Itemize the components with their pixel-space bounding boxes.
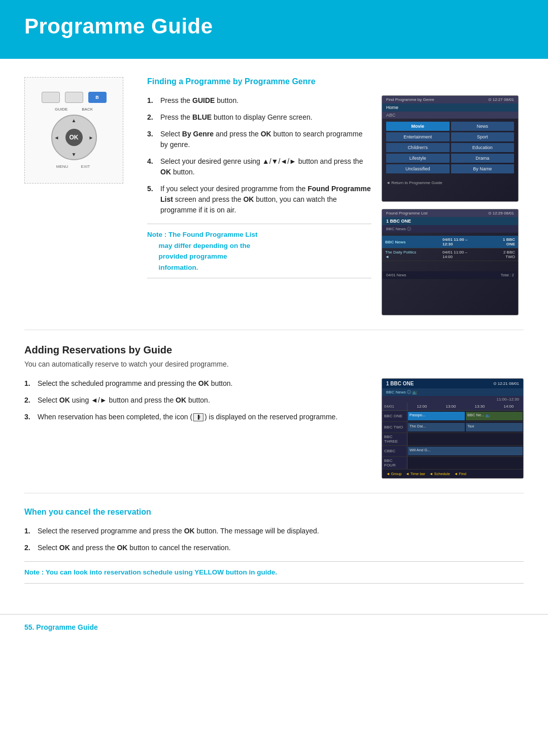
guide-ch-bbc1: BBC ONE — [382, 411, 407, 421]
guide-top-bar: 1 BBC ONE ⊙ 12:21 08/01 — [382, 379, 523, 388]
cancel-step-2: 2. Select OK and press the OK button to … — [24, 543, 524, 553]
found-row-2-date: 04/01 11:00 – 14:00 — [442, 250, 473, 259]
dpad-up-arrow: ▲ — [72, 118, 77, 123]
finding-section: B GUIDE BACK ▲ ▼ ◄ ► — [24, 77, 524, 315]
dpad-left-arrow: ◄ — [54, 135, 59, 140]
guide-ch-name: 1 BBC ONE — [386, 381, 414, 386]
dpad-down-arrow: ▼ — [72, 152, 77, 157]
finding-step-2: 2. Press the BLUE button to display Genr… — [147, 112, 371, 123]
guide-btn-timebar[interactable]: ◄ Time bar — [405, 472, 425, 476]
genre-return-text: ◄ Return to Programme Guide — [382, 178, 518, 187]
dpad-ok-button[interactable]: OK — [65, 129, 83, 146]
genre-screen-mock: Find Programme by Genre ⊙ 12:27 08/01 Ho… — [382, 95, 519, 202]
finding-screens-col: Find Programme by Genre ⊙ 12:27 08/01 Ho… — [382, 95, 524, 315]
guide-sub-ch-text: BBC News ⓘ 📺 — [386, 389, 417, 395]
adding-step-text-2: Select OK using ◄/► button and press the… — [38, 395, 210, 406]
genre-screen-title: Find Programme by Genre — [386, 97, 434, 102]
guide-prog-bbc4 — [407, 457, 523, 469]
remote-label-menu: MENU — [53, 164, 72, 169]
finding-note-text: Note : The Found Programme List may diff… — [147, 229, 371, 273]
finding-right: Finding a Programme by Programme Genre 1… — [147, 77, 524, 315]
genre-news: News — [451, 122, 515, 131]
genre-movie: Movie — [386, 122, 450, 131]
adding-intro: You can automatically reserve to watch y… — [24, 360, 524, 368]
genre-childrens: Children's — [386, 143, 450, 152]
step-text-5: If you select your desired programme fro… — [160, 184, 371, 215]
remote-label-back: BACK — [82, 107, 93, 112]
page-header: Programme Guide — [0, 0, 548, 53]
finding-step-1: 1. Press the GUIDE button. — [147, 95, 371, 106]
guide-time-range: 11:00–12:30 — [382, 396, 523, 403]
found-ch-label: 1 BBC ONE — [382, 217, 518, 225]
page-title: Programme Guide — [24, 14, 524, 39]
found-bottom-bar: 04/01 News Total : 2 — [382, 271, 518, 279]
found-row-1: BBC News 04/01 11:00 – 12:30 1 BBC ONE — [382, 236, 518, 248]
found-programme-screen: Found Programme List ⊙ 12:29 08/01 1 BBC… — [382, 209, 519, 315]
guide-time-display: ⊙ 12:21 08/01 — [493, 381, 519, 386]
adding-step-text-3: When reservation has been completed, the… — [38, 412, 337, 422]
found-sub-ch-text: BBC News ⓘ — [386, 226, 411, 232]
guide-prog-will: Will And G... — [408, 447, 523, 455]
guide-ch-bbc4: BBC FOUR — [382, 457, 407, 469]
guide-prog-bbc3 — [407, 433, 523, 445]
cancel-section: When you cancel the reservation 1. Selec… — [24, 508, 524, 584]
steps-and-screens: 1. Press the GUIDE button. 2. Press the … — [147, 95, 524, 315]
guide-row-cbbc: CBBC Will And G... — [382, 446, 523, 457]
cancel-step-text-1: Select the reserved programme and press … — [38, 526, 319, 536]
section-divider-1 — [24, 330, 524, 330]
genre-abc-bar: ABC — [382, 112, 518, 119]
remote-mock: B GUIDE BACK ▲ ▼ ◄ ► — [24, 77, 123, 184]
genre-home-label: Home — [382, 103, 518, 112]
guide-sub-ch: BBC News ⓘ 📺 — [382, 388, 523, 396]
remote-btn-blue: B — [88, 92, 107, 103]
guide-prog-taxi: Taxi — [466, 423, 523, 431]
cancel-note-box: Note : You can look into reservation sch… — [24, 561, 524, 584]
guide-prog-bbc4-empty — [408, 458, 523, 468]
guide-btn-find[interactable]: ◄ Find — [454, 472, 466, 476]
genre-byname: By Name — [451, 164, 515, 173]
found-row-1-ch: BBC News — [385, 240, 421, 244]
adding-step-3: 3. When reservation has been completed, … — [24, 412, 369, 422]
guide-prog-bbc3-empty — [408, 434, 523, 444]
adding-step-1: 1. Select the scheduled programme and pr… — [24, 378, 369, 389]
step-text-2: Press the BLUE button to display Genre s… — [160, 112, 313, 123]
guide-row-bbc4: BBC FOUR — [382, 457, 523, 470]
guide-ch-bbc3: BBC THREE — [382, 433, 407, 445]
main-content: B GUIDE BACK ▲ ▼ ◄ ► — [0, 59, 548, 602]
found-row-2-ch: The Daily Politics ◄ — [385, 250, 421, 259]
dpad: ▲ ▼ ◄ ► OK — [51, 115, 97, 160]
guide-ch-cbbc: CBBC — [382, 446, 407, 456]
guide-btn-group[interactable]: ◄ Group — [386, 472, 401, 476]
guide-prog-bbcne: BBC Ne... 📺 — [466, 412, 523, 420]
cancel-section-title: When you cancel the reservation — [24, 508, 524, 517]
reservation-icon: ▐I — [193, 413, 203, 421]
genre-lifestyle: Lifestyle — [386, 154, 450, 163]
genre-screen-time: ⊙ 12:27 08/01 — [488, 97, 514, 102]
guide-btn-schedule[interactable]: ◄ Schedule — [429, 472, 450, 476]
genre-drama: Drama — [451, 154, 515, 163]
guide-ch-bbc2: BBC TWO — [382, 422, 407, 433]
adding-step-num-1: 1. — [24, 378, 35, 389]
remote-bottom-labels: MENU EXIT — [53, 164, 95, 169]
adding-step-num-2: 2. — [24, 395, 35, 406]
cancel-step-1: 1. Select the reserved programme and pre… — [24, 526, 524, 536]
genre-sport: Sport — [451, 132, 515, 141]
guide-header-row: 04/01 12:00 13:00 13:30 14:00 — [382, 403, 523, 411]
guide-prog-bbc2: The Dai... Taxi — [407, 422, 523, 433]
step-num-4: 4. — [147, 156, 157, 177]
guide-screen-mock: 1 BBC ONE ⊙ 12:21 08/01 BBC News ⓘ 📺 11:… — [382, 378, 524, 479]
adding-step-num-3: 3. — [24, 412, 35, 422]
page-number: 55. Programme Guide — [24, 623, 98, 631]
found-row-1-num: 1 BBC ONE — [495, 237, 515, 246]
guide-row-bbc3: BBC THREE — [382, 433, 523, 446]
guide-time-1400: 14:00 — [494, 403, 523, 410]
found-bottom-date: 04/01 News — [386, 273, 406, 277]
page-footer: 55. Programme Guide — [0, 614, 548, 640]
guide-bottom-bar: ◄ Group ◄ Time bar ◄ Schedule ◄ Find — [382, 470, 523, 478]
guide-prog-passpo: Passpo... — [408, 412, 465, 420]
found-bottom-total: Total : 2 — [501, 273, 514, 277]
found-screen-top-bar: Found Programme List ⊙ 12:29 08/01 — [382, 209, 518, 217]
genre-education: Education — [451, 143, 515, 152]
found-screen-title: Found Programme List — [386, 211, 427, 215]
found-sub-ch: BBC News ⓘ — [382, 225, 518, 233]
